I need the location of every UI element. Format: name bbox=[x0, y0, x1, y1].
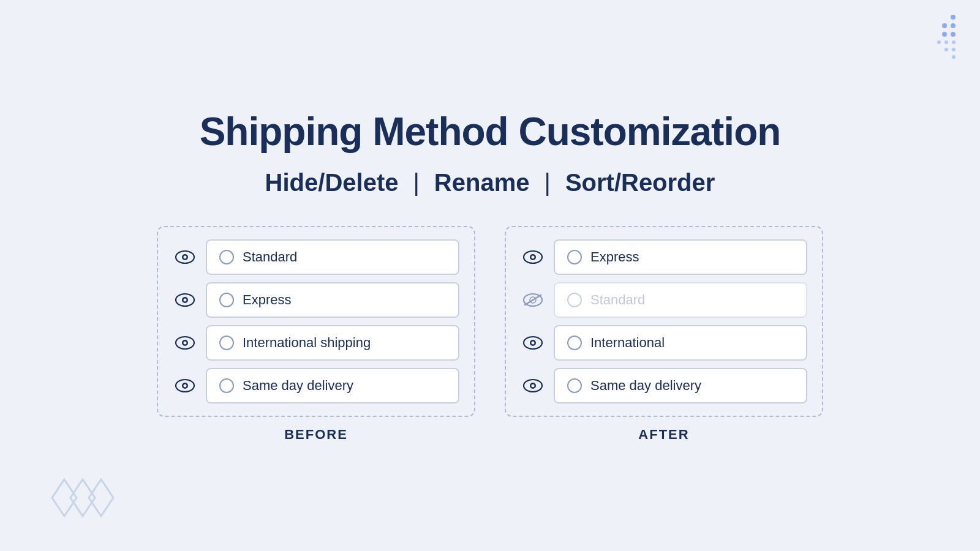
before-option-standard[interactable]: Standard bbox=[206, 239, 459, 275]
svg-point-8 bbox=[184, 341, 187, 344]
radio-international bbox=[219, 335, 234, 350]
after-row-standard: Standard bbox=[521, 282, 807, 318]
after-label-international: International bbox=[590, 335, 665, 351]
subtitle-part1: Hide/Delete bbox=[265, 169, 399, 197]
svg-marker-25 bbox=[70, 479, 95, 516]
before-row-sameday: Same day delivery bbox=[173, 368, 459, 403]
diamond-logo bbox=[49, 476, 135, 522]
after-radio-express bbox=[567, 250, 582, 264]
dot bbox=[951, 15, 956, 20]
dot bbox=[951, 32, 956, 37]
svg-point-20 bbox=[532, 341, 535, 344]
eye-icon-standard bbox=[173, 245, 197, 269]
after-eye-icon-standard-hidden bbox=[521, 288, 545, 312]
radio-standard bbox=[219, 250, 234, 264]
before-label: BEFORE bbox=[284, 427, 348, 443]
dot bbox=[937, 40, 941, 44]
svg-marker-24 bbox=[52, 479, 77, 516]
dots-decoration bbox=[937, 15, 956, 59]
eye-icon-express bbox=[173, 288, 197, 312]
before-label-international: International shipping bbox=[243, 335, 371, 351]
subtitle-sep1: | bbox=[413, 169, 419, 197]
before-row-express: Express bbox=[173, 282, 459, 318]
after-row-sameday: Same day delivery bbox=[521, 368, 807, 403]
svg-point-11 bbox=[184, 384, 187, 387]
dot bbox=[944, 48, 948, 51]
before-option-international[interactable]: International shipping bbox=[206, 325, 459, 361]
after-label-standard-hidden: Standard bbox=[590, 292, 645, 308]
before-option-express[interactable]: Express bbox=[206, 282, 459, 318]
panels: Standard Express bbox=[157, 226, 823, 443]
after-label-express: Express bbox=[590, 249, 639, 265]
after-option-standard-hidden[interactable]: Standard bbox=[554, 282, 807, 318]
subtitle: Hide/Delete | Rename | Sort/Reorder bbox=[265, 169, 715, 197]
subtitle-sep2: | bbox=[544, 169, 550, 197]
subtitle-part3: Sort/Reorder bbox=[565, 169, 715, 197]
after-radio-sameday bbox=[567, 378, 582, 393]
eye-icon-sameday bbox=[173, 373, 197, 398]
subtitle-part2: Rename bbox=[434, 169, 530, 197]
before-label-standard: Standard bbox=[243, 249, 297, 265]
svg-point-23 bbox=[532, 384, 535, 387]
svg-point-2 bbox=[184, 255, 187, 258]
svg-point-14 bbox=[532, 255, 535, 258]
radio-express bbox=[219, 293, 234, 307]
radio-sameday bbox=[219, 378, 234, 393]
after-row-international: International bbox=[521, 325, 807, 361]
dot bbox=[952, 55, 956, 59]
after-radio-international bbox=[567, 335, 582, 350]
after-panel: Express Standard bbox=[505, 226, 823, 443]
dot bbox=[942, 32, 947, 37]
after-option-sameday[interactable]: Same day delivery bbox=[554, 368, 807, 403]
after-eye-icon-sameday bbox=[521, 373, 545, 398]
svg-marker-26 bbox=[89, 479, 113, 516]
dot bbox=[951, 23, 956, 28]
dot bbox=[952, 48, 956, 51]
before-panel: Standard Express bbox=[157, 226, 475, 443]
dot bbox=[952, 40, 956, 44]
page-title: Shipping Method Customization bbox=[200, 109, 781, 154]
after-label-sameday: Same day delivery bbox=[590, 378, 701, 394]
after-eye-icon-express bbox=[521, 245, 545, 269]
after-option-express[interactable]: Express bbox=[554, 239, 807, 275]
after-option-international[interactable]: International bbox=[554, 325, 807, 361]
after-row-express: Express bbox=[521, 239, 807, 275]
after-radio-standard-hidden bbox=[567, 293, 582, 307]
before-label-express: Express bbox=[243, 292, 291, 308]
svg-point-5 bbox=[184, 298, 187, 301]
after-eye-icon-international bbox=[521, 331, 545, 355]
dot bbox=[942, 23, 947, 28]
eye-icon-international bbox=[173, 331, 197, 355]
before-panel-box: Standard Express bbox=[157, 226, 475, 417]
before-row-international: International shipping bbox=[173, 325, 459, 361]
after-label: AFTER bbox=[638, 427, 689, 443]
dot bbox=[944, 40, 948, 44]
before-label-sameday: Same day delivery bbox=[243, 378, 353, 394]
before-row-standard: Standard bbox=[173, 239, 459, 275]
after-panel-box: Express Standard bbox=[505, 226, 823, 417]
before-option-sameday[interactable]: Same day delivery bbox=[206, 368, 459, 403]
